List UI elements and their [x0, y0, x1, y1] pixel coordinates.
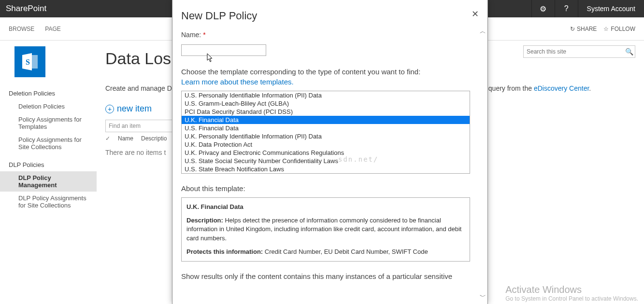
- template-option[interactable]: U.S. Personally Identifiable Information…: [182, 91, 470, 99]
- sidebar: S Deletion Policies Deletion Policies Po…: [0, 41, 97, 304]
- watermark-sub: Go to System in Control Panel to activat…: [505, 295, 638, 302]
- follow-button[interactable]: ☆ FOLLOW: [603, 26, 635, 32]
- settings-button[interactable]: ⚙: [531, 0, 555, 17]
- activate-windows-watermark: Activate Windows Go to System in Control…: [505, 284, 638, 302]
- svg-text:S: S: [26, 58, 30, 66]
- about-protects-label: Protects this information:: [186, 248, 263, 255]
- name-label: Name: *: [181, 31, 479, 39]
- share-button[interactable]: ↻ SHARE: [570, 26, 597, 32]
- tab-browse[interactable]: BROWSE: [9, 26, 34, 32]
- search-icon[interactable]: 🔍: [623, 48, 635, 55]
- about-template-label: About this template:: [181, 184, 479, 193]
- plus-icon: +: [105, 105, 114, 113]
- desc-suffix: query from the: [488, 84, 534, 92]
- template-option[interactable]: U.K. Privacy and Electronic Communicatio…: [182, 149, 470, 157]
- watermark-title: Activate Windows: [505, 284, 638, 295]
- template-option[interactable]: U.S. State Breach Notification Laws: [182, 165, 470, 173]
- template-listbox[interactable]: U.S. Personally Identifiable Information…: [181, 91, 470, 174]
- site-search-input[interactable]: [524, 48, 623, 55]
- template-option[interactable]: PCI Data Security Standard (PCI DSS): [182, 108, 470, 116]
- new-item-label: new item: [117, 104, 152, 114]
- nav-dlp-management[interactable]: DLP Policy Management: [0, 171, 97, 192]
- template-option[interactable]: U.S. Financial Data: [182, 124, 470, 132]
- learn-more-link[interactable]: Learn more about these templates.: [181, 78, 294, 86]
- nav-policy-sitecollections[interactable]: Policy Assignments for Site Collections: [0, 133, 97, 153]
- desc-prefix: Create and manage DL: [105, 84, 175, 92]
- help-button[interactable]: ?: [555, 0, 578, 17]
- new-dlp-policy-dialog: New DLP Policy ✕ ︿ Name: * Choose the te…: [172, 0, 488, 304]
- site-search[interactable]: 🔍: [523, 45, 635, 58]
- template-option[interactable]: U.S. State Social Security Number Confid…: [182, 157, 470, 165]
- about-desc-text: Helps detect the presence of information…: [186, 217, 461, 241]
- dialog-title: New DLP Policy: [181, 10, 479, 22]
- nav-dlp-sitecollections[interactable]: DLP Policy Assignments for Site Collecti…: [0, 192, 97, 212]
- app-title: SharePoint: [0, 0, 46, 17]
- ediscovery-link[interactable]: eDiscovery Center: [534, 84, 589, 92]
- follow-label: FOLLOW: [611, 26, 635, 32]
- share-label: SHARE: [577, 26, 597, 32]
- nav-section-deletion[interactable]: Deletion Policies: [0, 87, 97, 100]
- share-icon: ↻: [570, 26, 575, 32]
- about-template-box: U.K. Financial Data Description: Helps d…: [181, 197, 470, 262]
- close-icon: ✕: [472, 9, 479, 19]
- sharepoint-logo: S: [14, 46, 45, 77]
- template-option[interactable]: U.K. Financial Data: [182, 116, 470, 124]
- question-icon: ?: [564, 4, 569, 13]
- star-icon: ☆: [603, 26, 609, 32]
- about-template-name: U.K. Financial Data: [186, 203, 465, 211]
- nav-policy-templates[interactable]: Policy Assignments for Templates: [0, 113, 97, 133]
- policy-name-input[interactable]: [181, 44, 266, 56]
- find-placeholder: Find an item: [109, 123, 141, 129]
- template-option[interactable]: U.S. Gramm-Leach-Bliley Act (GLBA): [182, 99, 470, 108]
- tab-page[interactable]: PAGE: [45, 26, 60, 32]
- nav-deletion-policies[interactable]: Deletion Policies: [0, 100, 97, 113]
- check-icon[interactable]: ✓: [105, 135, 110, 142]
- account-menu[interactable]: System Account: [578, 0, 644, 17]
- col-desc[interactable]: Descriptio: [141, 135, 167, 142]
- scroll-down[interactable]: ﹀: [479, 292, 487, 301]
- gear-icon: ⚙: [540, 4, 546, 14]
- sharepoint-icon: S: [19, 51, 41, 72]
- nav-section-dlp[interactable]: DLP Policies: [0, 158, 97, 171]
- about-protects-text: Credit Card Number, EU Debit Card Number…: [265, 248, 428, 255]
- choose-template-text: Choose the template corresponding to the…: [181, 68, 479, 76]
- scroll-up[interactable]: ︿: [479, 27, 487, 36]
- close-button[interactable]: ✕: [472, 9, 479, 19]
- results-text: Show results only if the content contain…: [181, 272, 479, 280]
- template-option[interactable]: U.K. Personally Identifiable Information…: [182, 132, 470, 140]
- col-name[interactable]: Name: [118, 135, 133, 142]
- template-option[interactable]: U.K. Data Protection Act: [182, 140, 470, 149]
- about-desc-label: Description:: [186, 217, 223, 224]
